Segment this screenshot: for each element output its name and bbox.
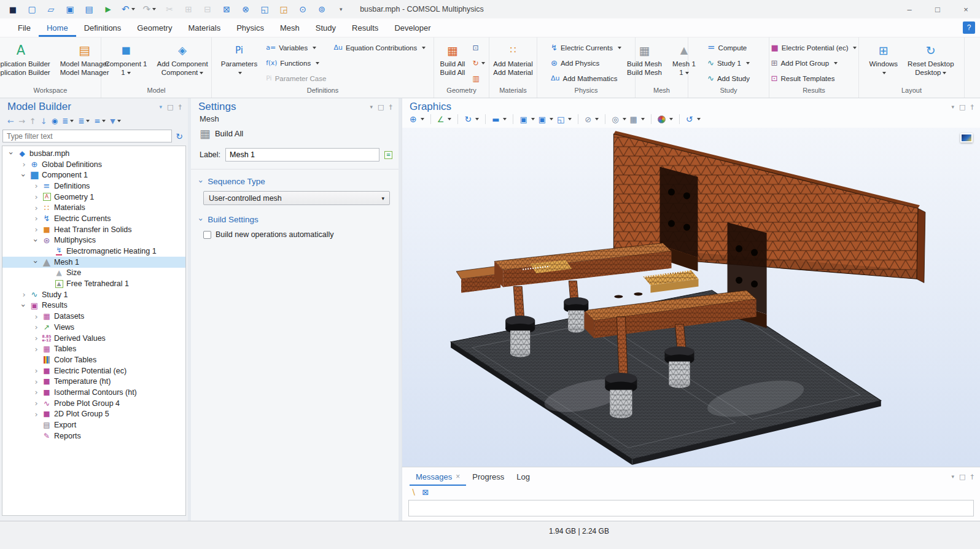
tree-collapsed-chevron-icon[interactable]: › — [32, 388, 41, 396]
electric-potential-ec-button[interactable]: ■Electric Potential (ec) — [769, 40, 860, 55]
tree-expanded-chevron-icon[interactable]: › — [20, 171, 28, 179]
tree-collapsed-chevron-icon[interactable]: › — [20, 160, 28, 168]
pin-panel-icon[interactable]: † — [971, 104, 974, 111]
menu-tab-study[interactable]: Study — [308, 18, 344, 37]
tree-item-global-definitions[interactable]: ›⊕Global Definitions — [2, 159, 185, 170]
windows-button[interactable]: ⊞Windows — [865, 40, 901, 79]
tree-item-component-1[interactable]: ›■Component 1 — [2, 169, 185, 181]
refresh-filter-icon[interactable]: ↻ — [176, 132, 183, 141]
partition-geometry-button[interactable]: ▥ — [471, 71, 486, 86]
compute-button[interactable]: =Compute — [705, 40, 752, 55]
tree-item-materials[interactable]: ›∷Materials — [2, 202, 185, 213]
scene-light-button[interactable]: ▬ — [492, 113, 507, 125]
float-panel-icon[interactable]: □ — [959, 104, 965, 111]
redo-button[interactable]: ↷ — [143, 3, 157, 15]
float-panel-icon[interactable]: □ — [378, 104, 384, 111]
float-panel-icon[interactable]: □ — [959, 473, 965, 480]
save-button[interactable]: ▣ — [64, 3, 76, 15]
run-button[interactable]: ▶ — [103, 3, 114, 15]
move-down-button[interactable]: ↓ — [41, 115, 47, 127]
bottom-tab-log[interactable]: Log — [510, 467, 536, 486]
bottom-tab-progress[interactable]: Progress — [466, 467, 510, 486]
color-palette-button[interactable] — [658, 113, 673, 125]
tree-collapsed-chevron-icon[interactable]: › — [20, 290, 28, 298]
tree-item-free-tetrahedral-1[interactable]: ▲Free Tetrahedral 1 — [2, 278, 185, 289]
tree-collapsed-chevron-icon[interactable]: › — [32, 334, 41, 342]
duplicate-button[interactable]: ⊠ — [221, 3, 232, 15]
tree-item-electromagnetic-heating-1[interactable]: ↯Electromagnetic Heating 1 — [2, 246, 185, 257]
new-file-button[interactable]: ▢ — [26, 3, 37, 15]
menu-tab-geometry[interactable]: Geometry — [129, 18, 180, 37]
build-mesh-button[interactable]: ▦Build MeshBuild Mesh — [623, 40, 666, 79]
application-builder-button[interactable]: AApplication BuilderApplication Builder — [0, 40, 54, 79]
add-plot-group-button[interactable]: ⊞Add Plot Group — [769, 55, 860, 71]
open-messages-window-button[interactable]: ⊠ — [422, 486, 429, 498]
cut-button[interactable]: ✂ — [164, 3, 175, 15]
minimize-button[interactable]: – — [895, 0, 924, 18]
tree-item-reports[interactable]: ✎Reports — [2, 430, 185, 442]
expand-nodes-button[interactable]: ≣ — [62, 115, 74, 127]
float-panel-icon[interactable]: □ — [167, 104, 173, 111]
study-1-button[interactable]: ∿Study 1 — [705, 55, 752, 71]
tree-item-results[interactable]: ›▣Results — [2, 300, 185, 311]
tree-expanded-chevron-icon[interactable]: › — [20, 302, 28, 310]
snapshot-button[interactable]: ▣ — [519, 113, 534, 125]
tree-collapsed-chevron-icon[interactable]: › — [32, 313, 41, 321]
zoom-extents-button[interactable]: ⊕ — [410, 113, 424, 125]
plot-thumbnail-icon[interactable] — [960, 133, 973, 142]
close-button[interactable]: × — [952, 0, 980, 18]
tree-collapsed-chevron-icon[interactable]: › — [32, 214, 41, 222]
tree-item-color-tables[interactable]: Color Tables — [2, 354, 185, 365]
tree-expanded-chevron-icon[interactable]: › — [32, 258, 41, 266]
comsol-logo-button[interactable]: ■ — [7, 3, 18, 15]
build-all-geometry-button[interactable]: ▦Build AllBuild All — [437, 40, 469, 79]
panel-menu-icon[interactable]: ▾ — [160, 104, 163, 110]
tree-item-datasets[interactable]: ›▦Datasets — [2, 311, 185, 322]
bottom-tab-messages[interactable]: Messages× — [410, 467, 466, 486]
tree-item-busbar-mph[interactable]: ›◆busbar.mph — [2, 148, 185, 159]
checkbox[interactable] — [203, 231, 211, 239]
go-back-button[interactable]: ← — [7, 115, 14, 127]
copy-button[interactable]: ⊞ — [183, 3, 194, 15]
add-material-button[interactable]: ∷Add MaterialAdd Material — [489, 40, 537, 79]
parameters-button[interactable]: PiParameters — [217, 40, 261, 79]
tree-collapsed-chevron-icon[interactable]: › — [32, 182, 41, 190]
pin-panel-icon[interactable]: † — [971, 473, 974, 480]
tree-collapsed-chevron-icon[interactable]: › — [32, 225, 41, 233]
tree-collapsed-chevron-icon[interactable]: › — [32, 410, 41, 418]
tree-item-definitions[interactable]: ›≡Definitions — [2, 181, 185, 192]
go-to-view-button[interactable]: ∠ — [437, 113, 452, 125]
maximize-button[interactable]: □ — [924, 0, 952, 18]
menu-tab-home[interactable]: Home — [39, 18, 76, 37]
tree-collapsed-chevron-icon[interactable]: › — [32, 204, 41, 212]
build-all-button[interactable]: ▦ Build All — [191, 123, 399, 141]
undo-button[interactable]: ↶ — [122, 3, 135, 15]
add-study-button[interactable]: ∿Add Study — [705, 71, 752, 86]
clear-selection-button[interactable]: ◲ — [278, 3, 289, 15]
tree-collapsed-chevron-icon[interactable]: › — [32, 193, 41, 201]
tree-item-probe-plot-group-4[interactable]: ›∿Probe Plot Group 4 — [2, 398, 185, 409]
paste-button[interactable]: ⊟ — [202, 3, 213, 15]
sequence-type-select[interactable]: User-controlled mesh ▾ — [203, 191, 390, 205]
wireframe-rendering-button[interactable]: ◎ — [612, 113, 626, 125]
find-button[interactable]: ⊙ — [297, 3, 308, 15]
menu-tab-definitions[interactable]: Definitions — [76, 18, 130, 37]
menu-tab-mesh[interactable]: Mesh — [272, 18, 308, 37]
select-mode-button[interactable]: ◱ — [557, 113, 572, 125]
tree-item-2d-plot-group-5[interactable]: ›■2D Plot Group 5 — [2, 409, 185, 420]
panel-menu-icon[interactable]: ▾ — [952, 104, 955, 110]
tree-collapsed-chevron-icon[interactable]: › — [32, 378, 41, 386]
move-up-button[interactable]: ↑ — [29, 115, 36, 127]
rotate-view-button[interactable]: ↻ — [464, 113, 479, 125]
search-button[interactable]: ⊚ — [316, 3, 327, 15]
rebuild-geometry-button[interactable]: ↻ — [471, 55, 486, 71]
menu-tab-materials[interactable]: Materials — [180, 18, 228, 37]
close-tab-icon[interactable]: × — [456, 472, 460, 481]
tree-item-temperature-ht[interactable]: ›■Temperature (ht) — [2, 376, 185, 387]
tree-item-derived-values[interactable]: ›8.85e-12Derived Values — [2, 333, 185, 344]
show-options-button[interactable]: ◉ — [52, 115, 58, 127]
menu-tab-developer[interactable]: Developer — [386, 18, 438, 37]
functions-button[interactable]: f(x)Functions — [263, 55, 329, 71]
filter-button[interactable]: ▼ — [110, 115, 120, 127]
view-grid-button[interactable]: ▦ — [630, 113, 645, 125]
